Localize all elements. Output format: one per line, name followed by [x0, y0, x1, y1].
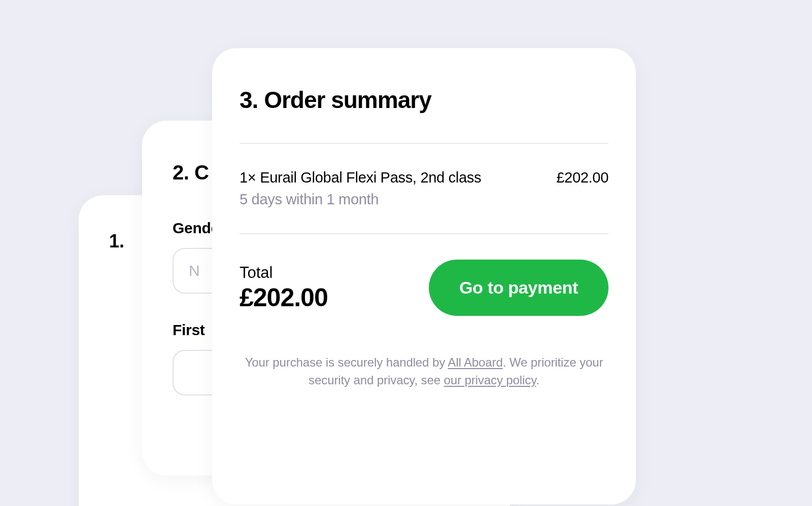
order-summary-title: 3. Order summary	[240, 86, 608, 114]
line-item-price: £202.00	[556, 169, 608, 186]
line-item: 1× Eurail Global Flexi Pass, 2nd class 5…	[240, 169, 608, 208]
total-label: Total	[240, 264, 328, 282]
footer-text-suffix: .	[536, 373, 539, 387]
privacy-policy-link[interactable]: our privacy policy	[444, 373, 536, 387]
line-item-details: 1× Eurail Global Flexi Pass, 2nd class 5…	[240, 169, 546, 208]
security-footer: Your purchase is securely handled by All…	[240, 354, 608, 389]
go-to-payment-button[interactable]: Go to payment	[429, 260, 608, 316]
footer-text-prefix: Your purchase is securely handled by	[245, 355, 448, 369]
divider	[240, 143, 608, 144]
line-item-title: 1× Eurail Global Flexi Pass, 2nd class	[240, 169, 546, 186]
divider	[240, 233, 608, 234]
all-aboard-link[interactable]: All Aboard	[448, 355, 502, 369]
order-summary-card: 3. Order summary 1× Eurail Global Flexi …	[212, 48, 636, 504]
total-details: Total £202.00	[240, 264, 328, 312]
total-amount: £202.00	[240, 283, 328, 312]
line-items: 1× Eurail Global Flexi Pass, 2nd class 5…	[240, 169, 608, 208]
line-item-subtitle: 5 days within 1 month	[240, 191, 546, 208]
total-row: Total £202.00 Go to payment	[240, 260, 608, 316]
